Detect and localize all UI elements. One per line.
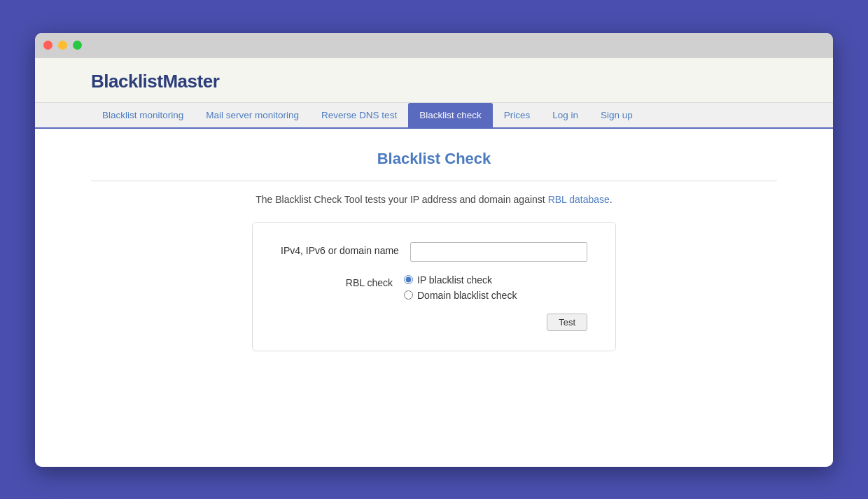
site-logo: BlacklistMaster <box>91 71 777 92</box>
nav-item-blacklist-monitoring[interactable]: Blacklist monitoring <box>91 103 195 129</box>
divider <box>91 181 777 181</box>
close-button[interactable] <box>43 41 52 50</box>
minimize-button[interactable] <box>58 41 67 50</box>
rbl-link[interactable]: RBL database <box>548 194 610 205</box>
main-content: Blacklist Check The Blacklist Check Tool… <box>35 129 833 372</box>
nav-item-signup[interactable]: Sign up <box>589 103 644 129</box>
ip-label: IPv4, IPv6 or domain name <box>281 242 399 256</box>
radio-ip-blacklist[interactable]: IP blacklist check <box>404 274 517 286</box>
form-actions: Test <box>281 314 587 331</box>
nav-bar: Blacklist monitoring Mail server monitor… <box>35 103 833 129</box>
rbl-label: RBL check <box>281 274 393 288</box>
nav-item-blacklist-check[interactable]: Blacklist check <box>408 103 493 129</box>
radio-ip-blacklist-label: IP blacklist check <box>417 274 492 286</box>
rbl-row: RBL check IP blacklist check Domain blac… <box>281 274 587 301</box>
page-title: Blacklist Check <box>91 150 777 168</box>
site-header: BlacklistMaster <box>35 58 833 103</box>
ip-row: IPv4, IPv6 or domain name <box>281 242 587 262</box>
browser-content: BlacklistMaster Blacklist monitoring Mai… <box>35 58 833 467</box>
radio-domain-blacklist-input[interactable] <box>404 290 413 300</box>
test-button[interactable]: Test <box>547 314 587 331</box>
nav-item-login[interactable]: Log in <box>541 103 589 129</box>
radio-group: IP blacklist check Domain blacklist chec… <box>404 274 517 301</box>
titlebar <box>35 33 833 58</box>
radio-ip-blacklist-input[interactable] <box>404 275 413 284</box>
nav-item-reverse-dns[interactable]: Reverse DNS test <box>310 103 408 129</box>
description-after: . <box>610 194 612 205</box>
description: The Blacklist Check Tool tests your IP a… <box>91 194 777 205</box>
ip-input[interactable] <box>410 242 587 262</box>
form-box: IPv4, IPv6 or domain name RBL check IP b… <box>252 222 616 351</box>
maximize-button[interactable] <box>73 41 82 50</box>
browser-window: BlacklistMaster Blacklist monitoring Mai… <box>35 33 833 467</box>
radio-domain-blacklist-label: Domain blacklist check <box>417 290 517 301</box>
description-before: The Blacklist Check Tool tests your IP a… <box>255 194 547 205</box>
nav-item-prices[interactable]: Prices <box>493 103 542 129</box>
nav-item-mail-server-monitoring[interactable]: Mail server monitoring <box>195 103 310 129</box>
radio-domain-blacklist[interactable]: Domain blacklist check <box>404 290 517 301</box>
